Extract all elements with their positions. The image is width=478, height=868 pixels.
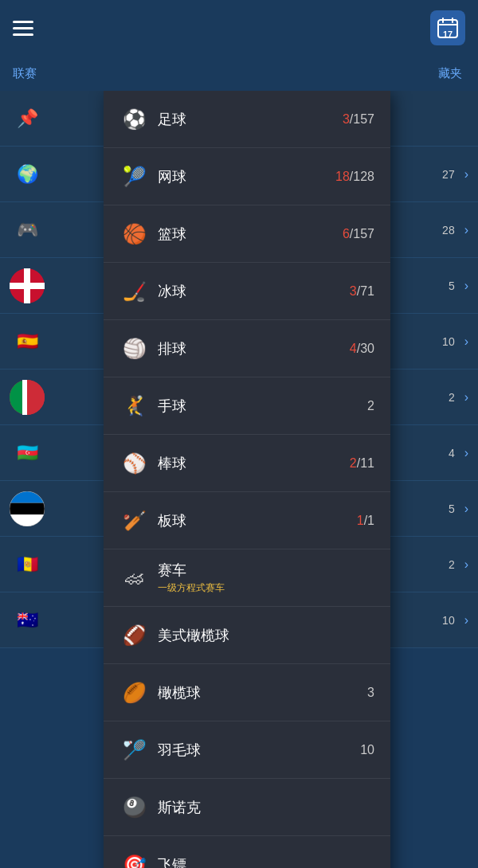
sport-icon: 🎱 <box>120 792 150 823</box>
chevron-down-icon: › <box>464 502 468 516</box>
sport-dropdown: ⚽ 足球 3/157 🎾 网球 18/128 🏀 篮球 6/157 🏒 冰球 3… <box>104 91 390 868</box>
sport-item-basketball[interactable]: 🏀 篮球 6/157 <box>104 205 390 263</box>
favorites-label: 藏夹 <box>422 66 478 81</box>
chevron-down-icon: › <box>464 223 468 237</box>
andorra-flag: 🇦🇩 <box>10 547 45 582</box>
sport-icon: 🏉 <box>120 678 150 708</box>
chevron-down-icon: › <box>464 557 468 572</box>
sport-icon: 🏸 <box>120 735 150 765</box>
sport-name: 飞镖 <box>158 855 374 868</box>
svg-rect-12 <box>10 514 45 526</box>
sport-icon: 🤾 <box>120 391 150 421</box>
spain-flag: 🇪🇸 <box>10 324 45 359</box>
pin-icon: 📌 <box>10 101 45 136</box>
sport-count: 3 <box>367 686 374 700</box>
calendar-button[interactable]: 17 <box>430 10 465 45</box>
sport-name: 足球 <box>158 110 343 129</box>
sport-item-handball[interactable]: 🤾 手球 2 <box>104 377 390 435</box>
sport-name: 网球 <box>158 167 335 186</box>
sport-icon: 🏐 <box>120 334 150 364</box>
sport-sub-label: 一级方程式赛车 <box>158 581 374 595</box>
australia-flag: 🇦🇺 <box>10 603 45 638</box>
sport-count: 3/157 <box>343 112 374 127</box>
sport-icon: 🏒 <box>120 276 150 307</box>
sport-icon: 🏏 <box>120 506 150 536</box>
sport-item-football[interactable]: ⚽ 足球 3/157 <box>104 91 390 148</box>
main-area: 📌 🌍 27 › 🎮 28 › 5 › 🇪🇸 10 <box>0 91 478 868</box>
sport-item-rugby[interactable]: 🏉 橄榄球 3 <box>104 664 390 721</box>
sport-item-americanfootball[interactable]: 🏈 美式橄榄球 <box>104 607 390 664</box>
sport-count: 4/30 <box>350 342 374 356</box>
sport-count: 3/71 <box>350 284 374 299</box>
sport-count: 18/128 <box>335 170 374 184</box>
sport-count: 10 <box>360 743 374 757</box>
sport-item-cricket[interactable]: 🏏 板球 1/1 <box>104 492 390 549</box>
svg-rect-6 <box>24 268 30 303</box>
azerbaijan-flag: 🇦🇿 <box>10 436 45 471</box>
sport-icon: ⚾ <box>120 448 150 479</box>
chevron-down-icon: › <box>464 390 468 405</box>
sport-item-badminton[interactable]: 🏸 羽毛球 10 <box>104 721 390 779</box>
esports-icon: 🎮 <box>10 213 45 248</box>
sport-item-racing[interactable]: 🏎 赛车一级方程式赛车 <box>104 549 390 607</box>
sport-icon: 🎯 <box>120 850 150 868</box>
estonia-flag <box>10 491 45 526</box>
chevron-down-icon: › <box>464 446 468 460</box>
sport-icon: 🏎 <box>120 563 150 593</box>
sport-count: 2 <box>367 399 374 413</box>
sport-item-darts[interactable]: 🎯 飞镖 <box>104 836 390 868</box>
sport-icon: 🎾 <box>120 162 150 192</box>
league-label: 联赛 <box>13 66 43 81</box>
sport-name: 赛车一级方程式赛车 <box>158 561 374 595</box>
svg-rect-10 <box>10 491 45 503</box>
italy-flag <box>10 380 45 415</box>
chevron-down-icon: › <box>464 334 468 349</box>
england-flag <box>10 268 45 303</box>
sport-name: 篮球 <box>158 225 343 244</box>
sport-count: 1/1 <box>357 514 374 528</box>
sport-item-tennis[interactable]: 🎾 网球 18/128 <box>104 148 390 205</box>
calendar-day: 17 <box>443 29 453 39</box>
sport-icon: 🏈 <box>120 620 150 651</box>
sport-item-volleyball[interactable]: 🏐 排球 4/30 <box>104 320 390 377</box>
sport-count: 6/157 <box>343 227 374 241</box>
world-icon: 🌍 <box>10 157 45 192</box>
hamburger-button[interactable] <box>13 12 45 44</box>
sport-name: 手球 <box>158 397 367 416</box>
sport-name: 美式橄榄球 <box>158 626 374 645</box>
svg-rect-11 <box>10 502 45 514</box>
sport-icon: 🏀 <box>120 219 150 249</box>
sport-name: 斯诺克 <box>158 798 374 817</box>
sport-item-icehockey[interactable]: 🏒 冰球 3/71 <box>104 263 390 320</box>
sport-icon: ⚽ <box>120 104 150 135</box>
sport-name: 橄榄球 <box>158 683 367 702</box>
sport-name: 棒球 <box>158 454 350 473</box>
sub-header: 联赛 藏夹 <box>0 56 478 91</box>
chevron-down-icon: › <box>464 613 468 628</box>
chevron-down-icon: › <box>464 279 468 293</box>
sport-count: 2/11 <box>350 456 374 471</box>
sport-item-baseball[interactable]: ⚾ 棒球 2/11 <box>104 435 390 492</box>
sport-name: 排球 <box>158 339 350 358</box>
sport-name: 板球 <box>158 511 357 530</box>
chevron-down-icon: › <box>464 167 468 182</box>
sport-name: 冰球 <box>158 282 350 301</box>
header: 17 <box>0 0 478 56</box>
sport-item-snooker[interactable]: 🎱 斯诺克 <box>104 779 390 836</box>
sport-name: 羽毛球 <box>158 741 360 760</box>
